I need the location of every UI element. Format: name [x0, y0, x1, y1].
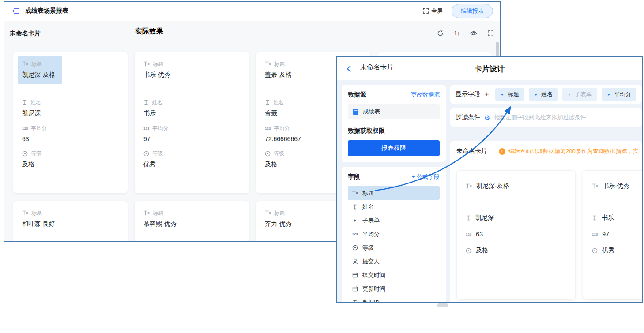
card-field-grade: 等级 优秀 — [143, 150, 240, 168]
card-field-title-selected[interactable]: 标题 凯尼深-及格 — [18, 56, 62, 84]
option-field-icon — [22, 151, 28, 157]
table-file-icon — [352, 108, 359, 115]
chevron-down-icon — [501, 94, 504, 96]
preview-title-row: 书乐-优秀 — [592, 182, 642, 190]
warning-icon: ! — [499, 148, 505, 155]
filter-placeholder: 拖动左侧字段到此处来添加过滤条件 — [494, 113, 586, 121]
card-group-title: 未命名卡片 — [10, 30, 41, 37]
option-field-icon — [592, 248, 598, 254]
preview-warning: ! 编辑界面只取数据源前200条作为查询数据预览，实 — [499, 147, 639, 155]
card-title-value: 书乐-优秀 — [143, 71, 240, 79]
card-title-value: 和叶森-良好 — [22, 220, 119, 228]
card-field-grade: 等级 及格 — [22, 150, 119, 168]
preview-cards: 凯尼深-及格 凯尼深 123 63 及格 — [456, 170, 642, 300]
page-title: 卡片设计 — [475, 64, 505, 74]
card-field-title: 标题 和叶森-良好 — [22, 210, 119, 228]
preview-card[interactable]: 书乐-优秀 书乐 123 97 优秀 — [583, 170, 642, 300]
display-fields-bar: 显示字段 + 标题 姓名 子表单 平均分 — [450, 85, 642, 104]
title-field-icon — [466, 183, 472, 189]
card-name-editable[interactable]: 未命名卡片 — [358, 63, 396, 75]
card-design-window: 未命名卡片 卡片设计 数据源 更改数据源 成绩表 数据获取权限 报表权限 字段 … — [336, 56, 643, 303]
filter-bar: 过滤条件 ⚙ 拖动左侧字段到此处来添加过滤条件 — [450, 108, 642, 127]
datasource-item[interactable]: 成绩表 — [348, 104, 440, 119]
field-item-name[interactable]: 姓名 — [348, 200, 440, 213]
display-fields-label: 显示字段 — [456, 90, 480, 98]
field-item-update-time[interactable]: 更新时间 — [348, 282, 440, 296]
card-field-avg: 123 平均分 63 — [22, 125, 119, 142]
fullscreen-button[interactable]: 全屏 — [423, 7, 443, 15]
preview-name-row: 书乐 — [592, 214, 642, 222]
field-item-grade[interactable]: 等级 — [348, 241, 440, 254]
title-field-icon — [143, 61, 150, 67]
warning-text: 编辑界面只取数据源前200条作为查询数据预览，实 — [508, 147, 639, 155]
number-field-icon: 123 — [22, 127, 28, 131]
change-datasource-link[interactable]: 更改数据源 — [411, 91, 440, 99]
card-grade-value: 及格 — [22, 161, 119, 168]
field-chip-title[interactable]: 标题 — [495, 88, 524, 101]
text-field-icon — [351, 300, 358, 303]
field-chip-name[interactable]: 姓名 — [529, 88, 558, 101]
design-header: 未命名卡片 卡片设计 — [337, 57, 642, 80]
datasource-panel: 数据源 更改数据源 成绩表 数据获取权限 报表权限 — [342, 85, 446, 162]
edit-report-button[interactable]: 编辑报表 — [452, 4, 493, 18]
data-card[interactable]: 标题 凯尼深-及格 姓名 凯尼深 123 平均分 63 — [13, 52, 128, 193]
preview-name-row: 凯尼深 — [466, 214, 566, 222]
card-avg-value: 97 — [143, 135, 240, 142]
sort-icon[interactable]: 1↓ — [453, 30, 460, 37]
option-field-icon — [466, 248, 471, 254]
card-field-avg: 123 平均分 97 — [143, 125, 240, 142]
title-field-icon — [265, 210, 271, 216]
field-item-title[interactable]: 标题 — [348, 186, 440, 200]
gear-icon[interactable]: ⚙ — [484, 114, 490, 121]
collapse-menu-icon[interactable] — [11, 7, 20, 15]
filter-label: 过滤条件 — [456, 113, 480, 121]
fields-panel: 字段 + 公式字段 标题 姓名 子表单 — [342, 167, 446, 303]
title-field-icon — [22, 61, 28, 67]
field-item-data-id[interactable]: 数据ID — [348, 296, 440, 303]
data-card[interactable]: 标题 和叶森-良好 — [13, 201, 128, 241]
number-field-icon: 123 — [592, 232, 598, 236]
field-item-average[interactable]: 123 平均分 — [348, 227, 440, 241]
preview-avg-row: 123 97 — [592, 231, 642, 238]
number-field-icon: 123 — [351, 232, 358, 236]
data-card[interactable]: 标题 书乐-优秀 姓名 书乐 123 平均分 97 — [135, 52, 249, 193]
report-header: 成绩表场景报表 全屏 编辑报表 — [4, 2, 500, 20]
data-card[interactable]: 标题 慕容熙-优秀 — [135, 201, 249, 241]
report-permission-button[interactable]: 报表权限 — [348, 140, 440, 156]
preview-card[interactable]: 凯尼深-及格 凯尼深 123 63 及格 — [456, 170, 576, 300]
chevron-down-icon — [534, 94, 538, 96]
title-field-icon — [265, 61, 271, 67]
add-display-field-button[interactable]: + — [485, 90, 489, 99]
card-name-value: 凯尼深 — [22, 109, 119, 117]
field-item-submit-time[interactable]: 提交时间 — [348, 268, 440, 282]
text-field-icon — [22, 100, 27, 105]
option-field-icon — [143, 151, 149, 157]
title-field-icon — [143, 210, 150, 216]
back-chevron-icon[interactable] — [346, 65, 351, 72]
add-formula-field-link[interactable]: + 公式字段 — [412, 173, 440, 181]
refresh-icon[interactable] — [437, 30, 444, 37]
fields-heading: 字段 — [348, 173, 360, 181]
card-field-title: 标题 慕容熙-优秀 — [143, 210, 240, 228]
text-field-icon — [143, 100, 149, 105]
title-field-icon — [22, 210, 28, 216]
horizontal-scrollbar-thumb[interactable] — [437, 303, 448, 307]
card-name-value: 书乐 — [143, 109, 240, 117]
calendar-icon — [351, 272, 358, 278]
eye-icon[interactable] — [470, 30, 477, 37]
text-field-icon — [265, 100, 270, 105]
field-chip-subform[interactable]: 子表单 — [562, 88, 597, 101]
fullscreen-label: 全屏 — [431, 7, 443, 15]
expand-icon[interactable] — [487, 30, 494, 37]
title-field-icon — [351, 191, 358, 196]
number-field-icon: 123 — [143, 127, 149, 131]
fullscreen-icon — [423, 8, 429, 14]
field-item-subform[interactable]: 子表单 — [348, 213, 440, 227]
permission-heading: 数据获取权限 — [348, 127, 440, 135]
field-chip-average[interactable]: 平均分 — [602, 88, 636, 101]
preview-grade-row: 及格 — [466, 247, 566, 254]
chevron-down-icon — [568, 94, 571, 96]
report-title: 成绩表场景报表 — [25, 7, 68, 15]
text-field-icon — [592, 215, 597, 221]
field-item-submitter[interactable]: 提交人 — [348, 254, 440, 268]
